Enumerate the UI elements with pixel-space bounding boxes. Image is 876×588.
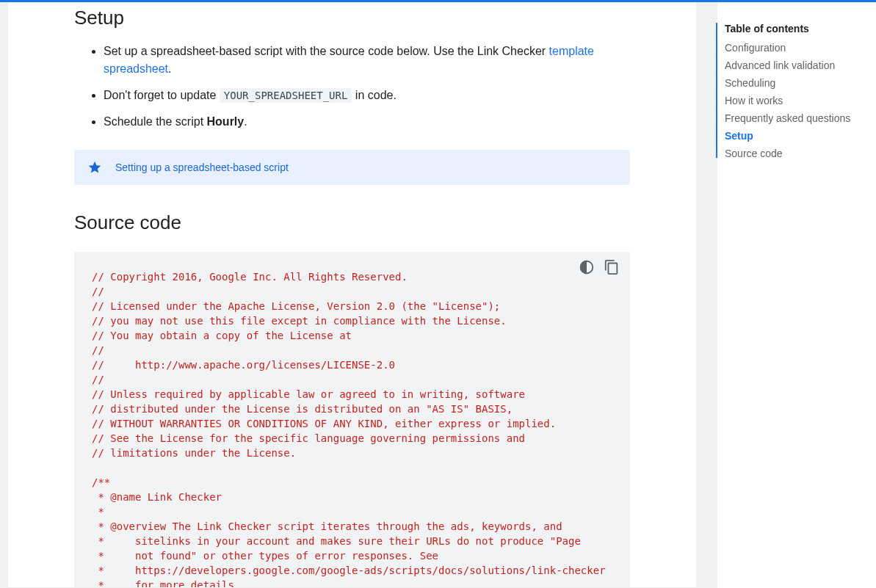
text-fragment: Don't forget to update: [104, 89, 220, 101]
toc-item[interactable]: Advanced link validation: [717, 57, 867, 74]
text-fragment: .: [244, 115, 247, 128]
text-fragment: .: [168, 62, 171, 75]
section-heading-source-code: Source code: [74, 211, 630, 234]
star-icon: [87, 160, 102, 175]
callout-link[interactable]: Setting up a spreadsheet-based script: [115, 161, 289, 173]
code-comment: // Copyright 2016, Google Inc. All Right…: [92, 271, 606, 588]
list-item: Set up a spreadsheet-based script with t…: [104, 43, 630, 78]
text-fragment: Schedule the script: [104, 115, 207, 128]
copy-icon[interactable]: [604, 259, 620, 275]
code-block: // Copyright 2016, Google Inc. All Right…: [74, 252, 630, 588]
toc-item[interactable]: Source code: [717, 145, 867, 162]
list-item: Schedule the script Hourly.: [104, 113, 630, 131]
toc-item[interactable]: Frequently asked questions: [717, 109, 867, 127]
text-fragment: Set up a spreadsheet-based script with t…: [104, 45, 549, 57]
gutter-middle: [697, 2, 717, 588]
main-panel: Setup Set up a spreadsheet-based script …: [7, 2, 697, 588]
toc-title: Table of contents: [717, 20, 867, 39]
inline-code: YOUR_SPREADSHEET_URL: [220, 88, 352, 103]
gutter-left: [0, 2, 7, 588]
callout-box: Setting up a spreadsheet-based script: [74, 150, 630, 185]
toc-item[interactable]: Configuration: [717, 39, 867, 57]
text-fragment: in code.: [352, 89, 396, 101]
page: Setup Set up a spreadsheet-based script …: [0, 2, 876, 588]
toc: Table of contents ConfigurationAdvanced …: [717, 2, 876, 588]
toc-item[interactable]: Scheduling: [717, 74, 867, 92]
toc-item[interactable]: How it works: [717, 92, 867, 109]
dark-mode-icon[interactable]: [579, 259, 595, 275]
bold-text: Hourly: [207, 115, 245, 128]
section-heading-setup: Setup: [74, 7, 630, 29]
list-item: Don't forget to update YOUR_SPREADSHEET_…: [104, 87, 630, 104]
setup-list: Set up a spreadsheet-based script with t…: [74, 43, 630, 131]
toc-item[interactable]: Setup: [717, 127, 867, 145]
